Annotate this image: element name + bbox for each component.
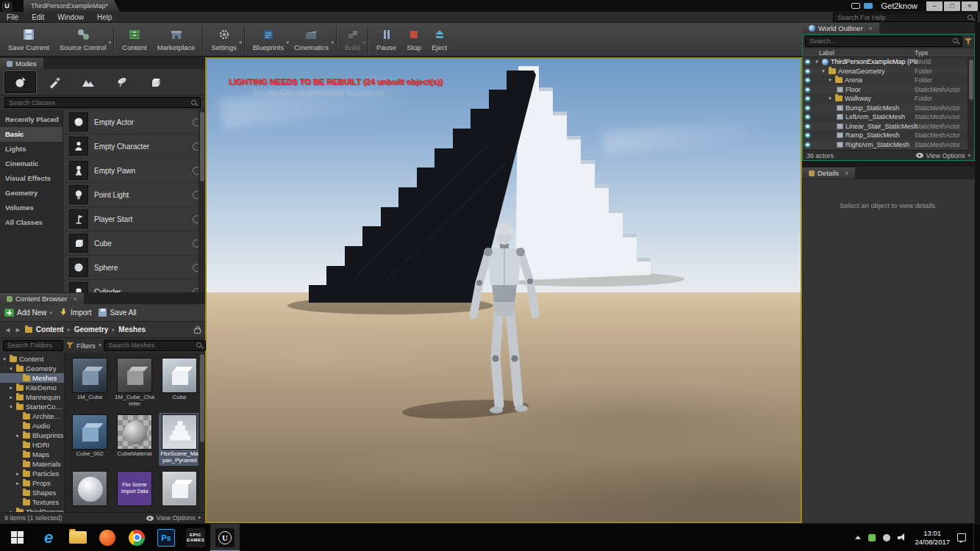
3d-viewport[interactable]: LIGHTING NEEDS TO BE REBUILT (24 unbuilt…: [205, 57, 802, 523]
content-button[interactable]: Content: [117, 24, 151, 56]
placeable-cylinder[interactable]: Cylinder: [63, 280, 205, 292]
tab-modes[interactable]: Modes: [0, 58, 43, 69]
asset-tile[interactable]: 1M_Cube: [69, 356, 110, 409]
expand-arrow-icon[interactable]: [8, 385, 14, 391]
expand-arrow-icon[interactable]: [15, 471, 21, 477]
scrollbar-thumb[interactable]: [969, 60, 973, 100]
show-desktop-strip[interactable]: [973, 524, 977, 551]
filter-funnel-icon[interactable]: [965, 37, 972, 45]
outliner-column-headers[interactable]: Label Type: [803, 48, 974, 57]
menu-help[interactable]: Help: [90, 13, 119, 21]
outliner-row[interactable]: Walkway Folder: [803, 94, 974, 104]
close-tab-icon[interactable]: ×: [845, 170, 848, 177]
import-button[interactable]: Import: [60, 309, 91, 317]
expand-arrow-icon[interactable]: [15, 480, 21, 486]
place-mode-button[interactable]: [4, 71, 36, 93]
category-cinematic[interactable]: Cinematic: [0, 156, 62, 171]
expand-arrow-icon[interactable]: [827, 77, 833, 83]
tree-item-startercontent[interactable]: StarterContent: [0, 402, 64, 411]
orange-app-taskbar-button[interactable]: [93, 524, 122, 551]
breadcrumb-meshes[interactable]: Meshes: [118, 325, 146, 334]
category-visual-effects[interactable]: Visual Effects: [0, 171, 62, 186]
visibility-eye-icon[interactable]: [804, 105, 811, 112]
expand-arrow-icon[interactable]: [8, 509, 14, 513]
outliner-scrollbar[interactable]: [968, 58, 974, 149]
chat-bubble-icon[interactable]: [851, 3, 860, 9]
file-explorer-taskbar-button[interactable]: [63, 524, 93, 551]
visibility-eye-icon[interactable]: [804, 114, 811, 120]
tree-item-particles[interactable]: Particles: [0, 469, 64, 478]
cinematics-button[interactable]: Cinematics▾: [289, 24, 334, 56]
tab-details[interactable]: Details ×: [802, 168, 855, 179]
tray-app-icon[interactable]: [868, 534, 876, 541]
tree-item-blueprints[interactable]: Blueprints: [0, 431, 64, 440]
modes-scrollbar[interactable]: [198, 110, 205, 292]
geometry-mode-button[interactable]: [140, 71, 171, 93]
menu-file[interactable]: File: [0, 13, 25, 21]
tree-item-content[interactable]: Content: [0, 354, 64, 364]
asset-tile-selected[interactable]: FbxScene_Mayan_Pyramid: [159, 413, 200, 466]
placeable-point-light[interactable]: Point Light: [63, 183, 205, 207]
asset-tile[interactable]: Cube: [159, 356, 200, 409]
tree-item-thirdperson[interactable]: ThirdPerson: [0, 507, 64, 512]
visibility-eye-icon[interactable]: [804, 68, 811, 75]
outliner-search-input[interactable]: [808, 37, 952, 46]
placeable-empty-actor[interactable]: Empty Actor: [63, 110, 205, 134]
menu-window[interactable]: Window: [51, 13, 90, 21]
visibility-eye-icon[interactable]: [804, 77, 811, 84]
stop-button[interactable]: Stop: [401, 24, 426, 56]
photoshop-taskbar-button[interactable]: Ps: [151, 524, 181, 551]
placeable-sphere[interactable]: Sphere: [63, 256, 205, 280]
assets-search-input[interactable]: [107, 341, 196, 350]
map-tab[interactable]: ThirdPersonExampleMap*: [24, 0, 120, 12]
tab-content-browser[interactable]: Content Browser ×: [0, 293, 84, 304]
lock-icon[interactable]: [194, 328, 201, 334]
expand-arrow-icon[interactable]: [8, 404, 14, 410]
tree-item-audio[interactable]: Audio: [0, 421, 64, 431]
tree-item-kitedemo[interactable]: KiteDemo: [0, 383, 64, 392]
epic-games-taskbar-button[interactable]: EPICGAMES: [181, 524, 210, 551]
action-center-icon[interactable]: [957, 533, 966, 541]
marketplace-button[interactable]: Marketplace: [152, 24, 201, 56]
expand-arrow-icon[interactable]: [814, 59, 820, 65]
volume-icon[interactable]: [898, 533, 907, 541]
asset-tile[interactable]: 1M_Cube_Chamfer: [114, 356, 155, 409]
visibility-eye-icon[interactable]: [804, 132, 811, 139]
add-new-button[interactable]: Add New ▾: [4, 309, 52, 317]
category-recently-placed[interactable]: Recently Placed: [0, 112, 62, 127]
scrollbar-thumb[interactable]: [200, 354, 204, 442]
tree-item-hdri[interactable]: HDRI: [0, 440, 64, 450]
outliner-row[interactable]: Arena Folder: [803, 76, 974, 85]
save-all-button[interactable]: Save All: [99, 309, 136, 317]
outliner-row[interactable]: Ramp_StaticMesh StaticMeshActor: [803, 131, 974, 140]
visibility-eye-icon[interactable]: [804, 59, 811, 65]
breadcrumb-content[interactable]: Content: [36, 325, 64, 334]
close-tab-icon[interactable]: ×: [74, 295, 77, 303]
expand-arrow-icon[interactable]: [820, 68, 826, 74]
tree-item-meshes[interactable]: Meshes: [0, 373, 64, 383]
tree-item-materials[interactable]: Materials: [0, 459, 64, 469]
scrollbar-thumb[interactable]: [200, 112, 204, 181]
chrome-taskbar-button[interactable]: [122, 524, 151, 551]
outliner-row[interactable]: Linear_Stair_StaticMesh StaticMeshActor: [803, 122, 974, 132]
tray-expand-icon[interactable]: [855, 536, 861, 539]
build-button[interactable]: Build▾: [340, 24, 365, 56]
tree-item-shapes[interactable]: Shapes: [0, 488, 64, 497]
expand-arrow-icon[interactable]: [1, 356, 7, 362]
save-current-button[interactable]: Save Current: [3, 24, 54, 56]
expand-arrow-icon[interactable]: [15, 433, 21, 439]
chat-bubble-blue-icon[interactable]: [864, 3, 873, 9]
category-lights[interactable]: Lights: [0, 142, 62, 156]
folders-search-input[interactable]: [6, 341, 60, 350]
tree-item-architecture[interactable]: Architecture: [0, 411, 64, 421]
forward-arrow-icon[interactable]: ►: [15, 326, 21, 334]
category-all-classes[interactable]: All Classes: [0, 215, 62, 230]
maximize-button[interactable]: □: [944, 1, 960, 11]
edge-taskbar-button[interactable]: e: [34, 524, 63, 551]
category-basic[interactable]: Basic: [0, 127, 62, 142]
source-control-button[interactable]: Source Control▾: [54, 24, 111, 56]
visibility-eye-icon[interactable]: [804, 87, 811, 93]
category-geometry[interactable]: Geometry: [0, 186, 62, 201]
asset-tile[interactable]: CubeMaterial: [114, 413, 155, 466]
asset-tile[interactable]: Cube_002: [69, 413, 110, 466]
